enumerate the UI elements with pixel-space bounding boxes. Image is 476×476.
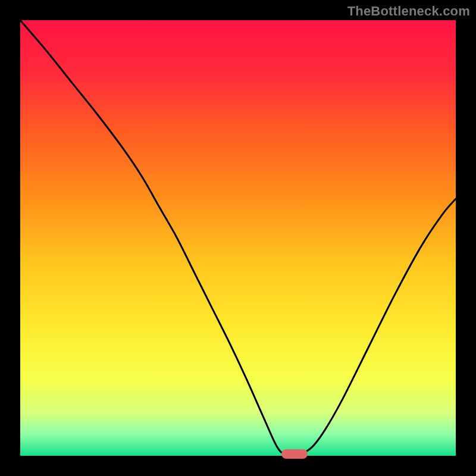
optimal-marker: [281, 449, 308, 459]
chart-stage: TheBottleneck.com: [0, 0, 476, 476]
chart-svg: [0, 0, 476, 476]
plot-gradient-background: [20, 20, 456, 456]
attribution-label: TheBottleneck.com: [347, 4, 470, 19]
